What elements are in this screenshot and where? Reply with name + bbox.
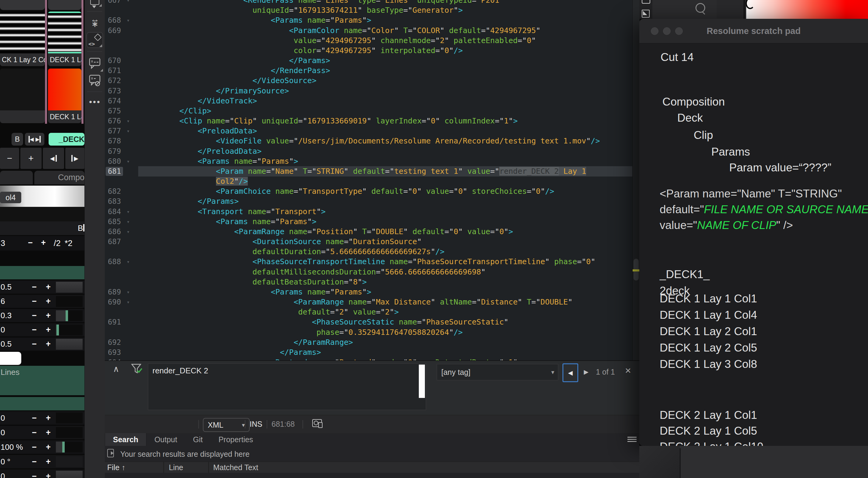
param-value[interactable]: 0.3 [1, 311, 27, 320]
code-line[interactable]: 680▾ <Params name="Params"> [105, 156, 639, 167]
code-line[interactable]: uniqueId="1679133674211" baseType="Gener… [105, 5, 639, 15]
param-value[interactable]: 0.5 [1, 339, 27, 349]
clip-empty[interactable] [0, 69, 45, 123]
column-divider[interactable] [163, 462, 164, 473]
code-line[interactable]: 678 <VideoFile value="/Users/jim/Documen… [105, 136, 639, 146]
code-line[interactable]: 692 </ParamRange> [105, 337, 639, 348]
tab-search[interactable]: Search [105, 433, 146, 446]
tab-unnamed[interactable] [0, 171, 33, 184]
uncomment-icon[interactable] [89, 75, 101, 88]
format-code-icon[interactable]: <> [87, 32, 103, 48]
search-field-bg[interactable] [652, 0, 717, 19]
fold-arrow-icon[interactable]: ▾ [127, 15, 130, 26]
close-icon[interactable]: × [625, 365, 631, 376]
code-line[interactable]: 686▾ <ParamRange name="Position" T="DOUB… [105, 227, 639, 237]
param-minus-button[interactable]: − [27, 282, 41, 292]
code-line[interactable]: 689▾ <Params name="Params"> [105, 287, 639, 297]
param-value[interactable]: 0 [1, 428, 27, 437]
fold-arrow-icon[interactable]: ▾ [127, 257, 130, 267]
search-input[interactable]: render_DECK 2 [148, 363, 426, 410]
column-matched-text[interactable]: Matched Text [213, 463, 258, 472]
code-line[interactable]: 690▾ <ParamRange name="Max Distance" alt… [105, 297, 639, 307]
param-slider[interactable] [56, 471, 83, 478]
code-line[interactable]: Col2"/> [105, 176, 639, 186]
code-line[interactable]: defaultBeatsDuration="8"> [105, 277, 639, 287]
layer-clip-bar[interactable]: ol4 [0, 185, 85, 207]
code-line[interactable]: 688▾ <PhaseSourceTransportTimeline name=… [105, 257, 639, 267]
code-line[interactable]: 691 <PhaseSourceStatic name="PhaseSource… [105, 317, 639, 327]
param-slider[interactable] [56, 325, 83, 336]
deck-tab-button[interactable]: _DECK [49, 133, 85, 145]
editor-scrollbar[interactable] [632, 0, 640, 360]
code-line[interactable]: default="2" value="2"> [105, 307, 639, 317]
param-minus-button[interactable]: − [27, 325, 41, 335]
code-line[interactable]: 683 </Params> [105, 196, 639, 207]
param-value[interactable]: 0 [1, 472, 27, 478]
param-minus-button[interactable]: − [27, 339, 41, 349]
param-value[interactable]: 0 ° [1, 457, 27, 467]
fold-arrow-icon[interactable]: ▾ [127, 297, 130, 307]
bpm-double-button[interactable]: *2 [65, 239, 72, 248]
param-plus-button[interactable]: + [41, 311, 55, 320]
window-titlebar[interactable]: Resolume scratch pad [639, 19, 868, 43]
text-input[interactable] [0, 352, 21, 365]
clip-deck1-lay2-col1[interactable]: CK 1 Lay 2 Col1 [0, 11, 45, 66]
cursor-position[interactable]: 681:68 [272, 420, 294, 429]
column-divider[interactable] [208, 462, 209, 473]
code-line[interactable]: 673 </PrimarySource> [105, 86, 639, 96]
slider-handle[interactable] [66, 310, 68, 321]
more-options-icon[interactable]: ••• [85, 97, 105, 107]
prev-next-buttons[interactable]: ◀ ▶ [25, 133, 44, 145]
fold-arrow-icon[interactable]: ▾ [127, 156, 130, 167]
fold-arrow-icon[interactable]: ▾ [127, 216, 130, 227]
param-minus-button[interactable]: − [27, 297, 41, 306]
filter-icon[interactable] [131, 363, 143, 376]
paste-icon[interactable] [90, 0, 99, 5]
code-line[interactable]: defaultMillisecondsDuration="5666.666666… [105, 267, 639, 277]
code-line[interactable]: defaultDuration="5.6666666666666669627s"… [105, 247, 639, 257]
param-value[interactable]: 0 [1, 325, 27, 335]
param-minus-button[interactable]: − [27, 472, 41, 478]
code-line[interactable]: 669 <ParamColor name="Color" T="COLOR" d… [105, 26, 639, 36]
comment-icon[interactable] [89, 58, 101, 70]
slider-handle[interactable] [62, 442, 65, 452]
param-slider[interactable] [56, 412, 83, 423]
tab-git[interactable]: Git [185, 433, 211, 446]
param-minus-button[interactable]: − [27, 413, 41, 423]
param-value[interactable]: 0 [1, 413, 27, 423]
code-line[interactable]: 693 </Params> [105, 347, 639, 357]
code-line[interactable]: 679 </PreloadData> [105, 146, 639, 157]
bpm-plus-button[interactable]: + [20, 148, 41, 169]
fold-arrow-icon[interactable]: ▾ [127, 207, 130, 217]
param-minus-button[interactable]: − [27, 311, 41, 320]
param-plus-button[interactable]: + [41, 443, 55, 452]
code-line[interactable]: phase="0.35294117647058820264"/> [105, 327, 639, 338]
param-plus-button[interactable]: + [41, 282, 55, 292]
param-slider[interactable] [56, 427, 83, 438]
fold-arrow-icon[interactable]: ▾ [127, 287, 130, 297]
param-plus-button[interactable]: + [41, 428, 55, 437]
param-plus-button[interactable]: + [41, 325, 55, 335]
find-previous-button[interactable]: ◀ [562, 363, 578, 382]
search-scrollbar-thumb[interactable] [419, 365, 425, 398]
param-slider[interactable] [56, 296, 83, 307]
column-file[interactable]: File ↑ [107, 463, 125, 472]
clip-cell-partial[interactable] [0, 0, 45, 10]
param-plus-button[interactable]: + [41, 413, 55, 423]
bpm-minus-button[interactable]: − [0, 148, 19, 169]
tab-composition[interactable]: Compo [34, 171, 85, 184]
find-next-button[interactable]: ▶ [580, 365, 593, 379]
tag-filter-dropdown[interactable]: [any tag] ▾ [437, 364, 558, 380]
param-value[interactable]: 100 % [1, 443, 27, 452]
syntax-dropdown[interactable]: XML ▾ [203, 418, 250, 432]
tab-output[interactable]: Output [146, 433, 185, 446]
bpm-half-button[interactable]: /2 [54, 239, 61, 248]
code-line[interactable]: 687 <DurationSource name="DurationSource… [105, 237, 639, 247]
resync-forward-button[interactable]: ▶ [65, 148, 85, 169]
param-slider[interactable] [56, 310, 83, 321]
find-replace-icon[interactable]: ↔∗ [85, 16, 105, 27]
preview-in-browser-icon[interactable] [312, 419, 323, 428]
code-line[interactable]: 674 </VideoTrack> [105, 96, 639, 106]
column-line[interactable]: Line [169, 463, 183, 472]
clip-cell-partial[interactable] [48, 0, 82, 10]
